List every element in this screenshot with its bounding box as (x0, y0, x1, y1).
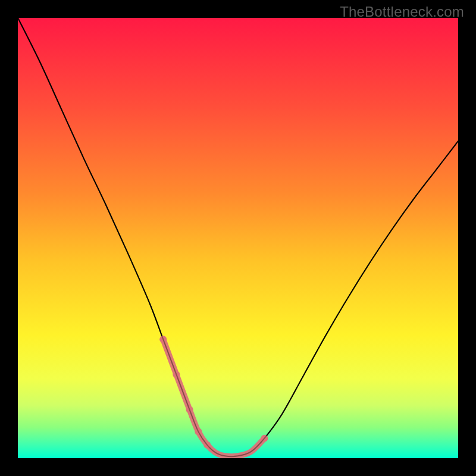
plot-area (18, 18, 458, 458)
gradient-background (18, 18, 458, 458)
watermark-text: TheBottleneck.com (340, 4, 464, 20)
